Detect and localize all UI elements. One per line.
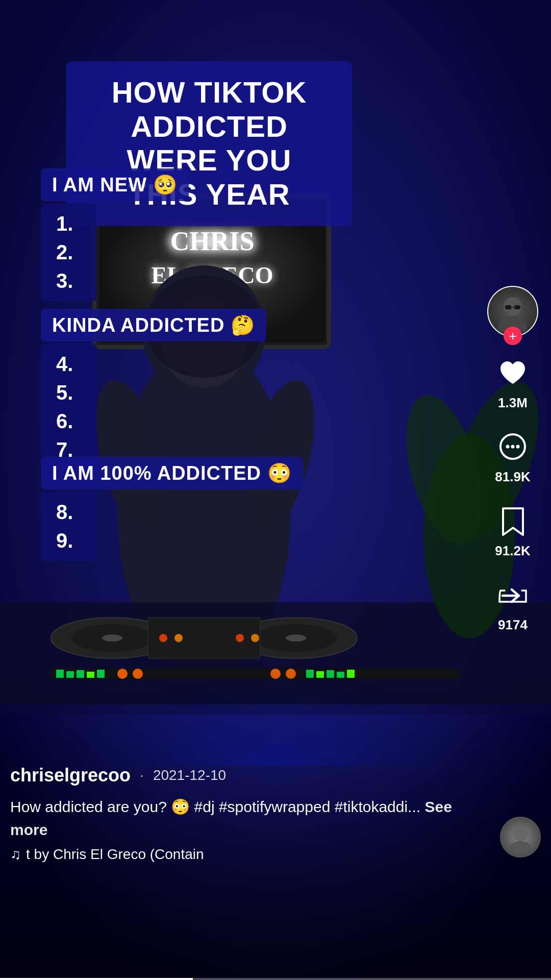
post-date: 2021-12-10: [153, 767, 226, 783]
music-title: t by Chris El Greco (Contain: [26, 846, 204, 863]
progress-fill: [0, 978, 193, 980]
comment-icon: [494, 429, 531, 466]
video-progress-bar[interactable]: [0, 978, 551, 980]
right-sidebar: + 1.3M 81.9K 91.2K: [485, 286, 541, 633]
svg-text:CHRIS: CHRIS: [170, 227, 255, 256]
comment-button[interactable]: 81.9K: [494, 429, 531, 485]
follow-button[interactable]: +: [504, 327, 522, 345]
caption: How addicted are you? 😳 #dj #spotifywrap…: [10, 795, 480, 841]
bookmark-count: 91.2K: [495, 543, 530, 559]
music-note-icon: ♫: [10, 846, 21, 863]
share-count: 9174: [498, 617, 528, 633]
bottom-music-avatar[interactable]: [500, 817, 541, 857]
svg-point-53: [516, 445, 520, 449]
username[interactable]: chriselgrecoo: [10, 765, 131, 786]
like-button[interactable]: 1.3M: [494, 355, 531, 411]
username-row: chriselgrecoo · 2021-12-10: [10, 765, 480, 786]
svg-rect-47: [505, 305, 511, 309]
svg-point-52: [511, 445, 515, 449]
share-button[interactable]: 9174: [494, 577, 531, 633]
comment-count: 81.9K: [495, 469, 530, 485]
svg-rect-48: [514, 305, 520, 309]
svg-point-51: [506, 445, 510, 449]
caption-text: How addicted are you? 😳 #dj #spotifywrap…: [10, 798, 420, 815]
like-count: 1.3M: [498, 395, 528, 411]
bookmark-button[interactable]: 91.2K: [494, 503, 531, 559]
svg-point-10: [145, 276, 263, 378]
svg-point-55: [509, 841, 532, 852]
music-row[interactable]: ♫ t by Chris El Greco (Contain: [10, 846, 480, 863]
bookmark-icon: [494, 503, 531, 540]
avatar-container[interactable]: +: [487, 286, 538, 337]
share-icon: [494, 577, 531, 614]
like-icon: [494, 355, 531, 392]
bottom-info: chriselgrecoo · 2021-12-10 How addicted …: [10, 765, 480, 863]
svg-point-54: [513, 827, 528, 841]
separator: ·: [140, 767, 144, 783]
